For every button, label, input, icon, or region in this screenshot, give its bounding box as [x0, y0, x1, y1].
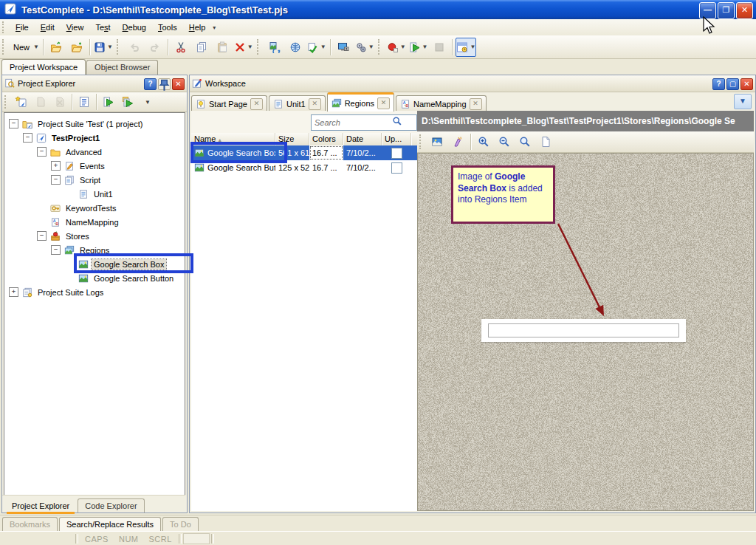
- menu-item-view[interactable]: View: [61, 21, 90, 34]
- add-existing-item-icon: [35, 96, 47, 108]
- tab-bookmarks[interactable]: Bookmarks: [2, 517, 58, 531]
- web-testing-button[interactable]: [286, 38, 305, 57]
- toolbar-grip[interactable]: [419, 134, 425, 149]
- open-file-button[interactable]: [47, 38, 66, 57]
- open-suite-button[interactable]: [67, 38, 86, 57]
- tree-item-namemapping[interactable]: −ABNameMapping: [4, 215, 185, 229]
- tree-item-script[interactable]: −Script: [4, 173, 185, 187]
- run-button[interactable]: ▼: [408, 38, 429, 57]
- toolbar-more-button[interactable]: ▼: [138, 93, 156, 111]
- updated-checkbox[interactable]: [391, 148, 402, 159]
- dropdown-arrow-icon: ▼: [33, 44, 39, 50]
- collapse-icon[interactable]: −: [37, 147, 47, 157]
- collapse-icon[interactable]: −: [51, 245, 61, 255]
- tree-item-unit1[interactable]: −Unit1: [4, 187, 185, 201]
- toolbar-grip[interactable]: [2, 39, 7, 55]
- toolbar-grip[interactable]: [2, 21, 7, 32]
- menu-item-help[interactable]: Help: [183, 21, 212, 34]
- doc-tab-regions[interactable]: Regions✕: [327, 92, 394, 112]
- menu-item-test[interactable]: Test: [89, 21, 116, 34]
- open-file-icon: [50, 41, 62, 53]
- new-button[interactable]: New▼: [10, 38, 40, 57]
- tree-item-testproject1[interactable]: −TestProject1: [4, 131, 185, 145]
- add-item-button[interactable]: [13, 93, 30, 111]
- tree-item-keywordtests[interactable]: −KeywordTests: [4, 201, 185, 215]
- menu-item-file[interactable]: File: [10, 21, 35, 34]
- collapse-icon[interactable]: −: [37, 231, 47, 241]
- collapse-icon[interactable]: −: [51, 175, 61, 185]
- toolbar-grip[interactable]: [257, 39, 262, 55]
- search-icon[interactable]: [392, 116, 402, 126]
- properties-button[interactable]: [75, 93, 93, 111]
- run-project-icon: [122, 96, 134, 108]
- record-button[interactable]: ▼: [386, 38, 407, 57]
- menu-item-tools[interactable]: Tools: [152, 21, 183, 34]
- delete-button[interactable]: ▼: [233, 38, 254, 57]
- doc-tab-namemapping[interactable]: ABNameMapping✕: [396, 95, 487, 112]
- collapse-icon[interactable]: −: [23, 133, 32, 143]
- replace-image-icon: [269, 41, 281, 53]
- close-panel-button[interactable]: ✕: [172, 78, 185, 90]
- column-header-date[interactable]: Date: [343, 133, 382, 145]
- menu-item-edit[interactable]: Edit: [35, 21, 61, 34]
- pin-button[interactable]: [158, 78, 171, 90]
- tree-item-advanced[interactable]: −Advanced: [4, 145, 185, 159]
- tab-to-do[interactable]: To Do: [162, 517, 199, 531]
- edit-image-button[interactable]: [427, 132, 447, 151]
- tab-search-replace-results[interactable]: Search/Replace Results: [59, 517, 161, 531]
- save-button[interactable]: ▼: [93, 38, 114, 57]
- tab-project-explorer[interactable]: Project Explorer: [5, 499, 76, 513]
- tab-scroll-chevron[interactable]: ▼: [734, 94, 752, 109]
- zoom-out-button[interactable]: [495, 132, 514, 151]
- close-tab-icon[interactable]: ✕: [309, 98, 321, 110]
- checkpoint-button[interactable]: ▼: [306, 38, 327, 57]
- doc-tab-unit1[interactable]: Unit1✕: [269, 95, 326, 112]
- tree-item-events[interactable]: +Events: [4, 159, 185, 173]
- view-page-button[interactable]: [536, 132, 555, 151]
- panel-view-button[interactable]: ▼: [456, 38, 476, 57]
- copy-button[interactable]: [192, 38, 211, 57]
- replace-image-button[interactable]: [265, 38, 284, 57]
- doc-tab-start-page[interactable]: Start Page✕: [191, 95, 267, 112]
- column-header-colors[interactable]: Colors: [309, 133, 343, 145]
- image-item-icon: [194, 162, 205, 173]
- toolbar-grip[interactable]: [378, 39, 383, 55]
- regions-icon: [331, 98, 342, 109]
- menu-overflow-chevron[interactable]: ▾: [213, 24, 216, 31]
- tab-object-browser[interactable]: Object Browser: [86, 60, 158, 75]
- help-button[interactable]: ?: [144, 78, 157, 90]
- regions-list: ▼ Name▲SizeColorsDateUp... Google Search…: [191, 111, 418, 511]
- expand-icon[interactable]: +: [9, 287, 18, 297]
- menu-item-debug[interactable]: Debug: [117, 21, 152, 34]
- close-tab-icon[interactable]: ✕: [250, 98, 263, 110]
- close-tab-icon[interactable]: ✕: [470, 98, 482, 110]
- toolbar-separator: [452, 39, 453, 55]
- tree-item-stores[interactable]: −Stores: [4, 229, 185, 243]
- zoom-in-button[interactable]: [474, 132, 493, 151]
- tab-code-explorer[interactable]: Code Explorer: [78, 498, 144, 513]
- updated-cell[interactable]: [382, 145, 411, 160]
- zoom-actual-button[interactable]: [515, 132, 535, 151]
- tab-project-workspace[interactable]: Project Workspace: [1, 59, 86, 75]
- toolbar-grip[interactable]: [4, 95, 10, 109]
- expand-icon[interactable]: +: [51, 161, 61, 171]
- collapse-icon[interactable]: −: [9, 119, 18, 128]
- run-project-button[interactable]: [119, 93, 137, 111]
- repaint-button[interactable]: [448, 132, 467, 151]
- updated-cell[interactable]: [382, 160, 411, 175]
- help-button[interactable]: ?: [712, 78, 725, 90]
- maximize-panel-button[interactable]: ▢: [726, 78, 739, 90]
- toolbar-grip[interactable]: [117, 39, 122, 55]
- restore-button[interactable]: ❐: [718, 2, 735, 19]
- options-button[interactable]: ▼: [354, 38, 375, 57]
- close-tab-icon[interactable]: ✕: [377, 97, 390, 109]
- tree-item-project-suite-test-1-project-[interactable]: −Project Suite 'Test' (1 project): [4, 117, 185, 131]
- tree-item-project-suite-logs[interactable]: +Project Suite Logs: [4, 285, 185, 299]
- run-test-button[interactable]: [100, 93, 117, 111]
- cut-button[interactable]: [171, 38, 190, 57]
- close-button[interactable]: ✕: [736, 2, 753, 19]
- close-panel-button[interactable]: ✕: [740, 78, 753, 90]
- column-header-up[interactable]: Up...: [382, 133, 411, 145]
- screen-capture-button[interactable]: [334, 38, 353, 57]
- updated-checkbox[interactable]: [391, 162, 402, 174]
